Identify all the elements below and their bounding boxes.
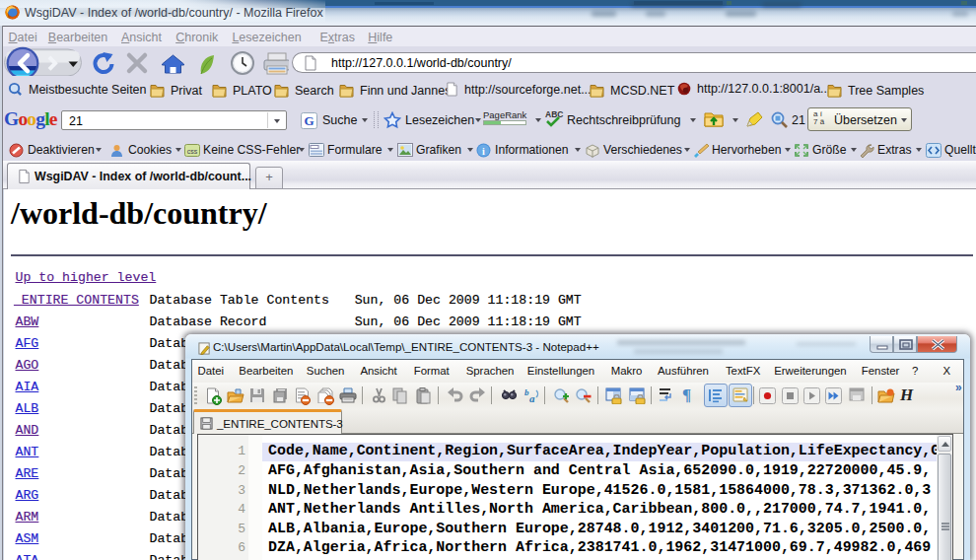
svg-text:G: G xyxy=(304,113,314,128)
svg-text:a: a xyxy=(529,392,535,403)
svg-text:css: css xyxy=(187,148,198,155)
svg-text:i: i xyxy=(482,146,485,157)
